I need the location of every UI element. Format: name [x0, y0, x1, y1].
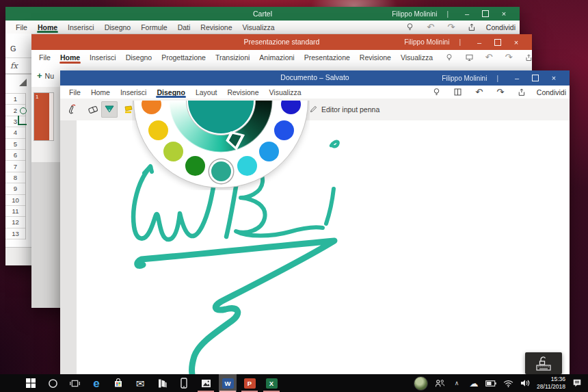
- pen-tool-selected[interactable]: [101, 101, 118, 118]
- excel-tab-dati[interactable]: Dati: [177, 21, 191, 34]
- close-button[interactable]: ×: [495, 10, 513, 18]
- excel-name-box[interactable]: G: [5, 40, 31, 58]
- close-button[interactable]: ×: [545, 74, 563, 82]
- new-slide-button[interactable]: + Nu: [37, 70, 54, 81]
- ink-selection-handle[interactable]: [20, 107, 27, 114]
- start-button[interactable]: [22, 374, 40, 392]
- lightbulb-icon[interactable]: [429, 86, 444, 99]
- ppt-tab-disegno[interactable]: Disegno: [125, 50, 153, 64]
- undo-icon[interactable]: ↶: [481, 51, 496, 64]
- excel-tab-revisione[interactable]: Revisione: [200, 21, 232, 34]
- minimize-button[interactable]: –: [458, 10, 476, 18]
- photos-icon[interactable]: [197, 374, 215, 392]
- minimize-button[interactable]: –: [508, 74, 526, 82]
- word-tab-visualizza[interactable]: Visualizza: [269, 86, 302, 99]
- redo-icon[interactable]: ↷: [501, 51, 516, 64]
- color-dot-yellow[interactable]: [148, 120, 168, 140]
- excel-tab-disegno[interactable]: Disegno: [104, 21, 132, 34]
- user-avatar[interactable]: [414, 376, 428, 391]
- ppt-tab-progettazione[interactable]: Progettazione: [161, 50, 206, 64]
- word-tab-revisione[interactable]: Revisione: [226, 86, 259, 99]
- undo-icon[interactable]: ↶: [423, 21, 438, 34]
- ppt-tab-revisione[interactable]: Revisione: [359, 50, 392, 64]
- cortana-button[interactable]: [44, 374, 62, 392]
- page-columns-icon[interactable]: [451, 86, 466, 99]
- row-header[interactable]: 1: [5, 94, 25, 105]
- excel-tab-home[interactable]: Home: [37, 21, 58, 34]
- row-header[interactable]: 8: [5, 172, 25, 183]
- eraser-tool[interactable]: [85, 101, 101, 118]
- color-dot-teal-selected[interactable]: [211, 161, 231, 181]
- share-icon[interactable]: [514, 86, 529, 99]
- people-icon[interactable]: [434, 377, 445, 389]
- touch-keyboard-button[interactable]: [525, 352, 562, 374]
- ppt-tab-presentazione[interactable]: Presentazione: [304, 50, 351, 64]
- excel-account-name[interactable]: Filippo Molinini: [392, 10, 437, 18]
- books-app-icon[interactable]: [153, 374, 171, 392]
- present-display-icon[interactable]: [462, 51, 477, 64]
- excel-tab-inserisci[interactable]: Inserisci: [67, 21, 95, 34]
- excel-tab-formule[interactable]: Formule: [140, 21, 168, 34]
- word-titlebar[interactable]: Documento – Salvato Filippo Molinini | –…: [60, 70, 570, 86]
- volume-icon[interactable]: [520, 377, 531, 389]
- maximize-button[interactable]: [494, 39, 501, 46]
- store-icon[interactable]: [109, 374, 127, 392]
- slide-1-thumbnail[interactable]: 1: [34, 93, 53, 140]
- share-icon[interactable]: [521, 51, 536, 64]
- word-tab-layout[interactable]: Layout: [195, 86, 218, 99]
- onedrive-cloud-icon[interactable]: ☁: [468, 377, 479, 389]
- ink-select-tool[interactable]: [64, 101, 81, 118]
- taskbar-word-button[interactable]: W: [219, 374, 237, 392]
- word-tab-disegno[interactable]: Disegno: [156, 86, 185, 99]
- ppt-tab-file[interactable]: File: [38, 50, 51, 64]
- word-tab-home[interactable]: Home: [90, 86, 111, 99]
- color-dot-yellowgreen[interactable]: [163, 142, 183, 161]
- edge-icon[interactable]: e: [88, 374, 105, 392]
- share-icon[interactable]: [464, 21, 479, 34]
- ppt-tab-home[interactable]: Home: [59, 50, 81, 64]
- taskbar-powerpoint-button[interactable]: P: [241, 374, 258, 392]
- excel-tab-visualizza[interactable]: Visualizza: [241, 21, 275, 34]
- row-header[interactable]: 4: [5, 127, 25, 138]
- phone-icon[interactable]: [175, 374, 193, 392]
- hidden-icons-chevron[interactable]: ∧: [451, 377, 462, 389]
- row-header[interactable]: 13: [5, 228, 25, 239]
- row-header[interactable]: 12: [5, 217, 25, 228]
- maximize-button[interactable]: [482, 10, 489, 17]
- ppt-tab-animazioni[interactable]: Animazioni: [258, 50, 295, 64]
- word-tab-file[interactable]: File: [68, 86, 81, 99]
- row-header[interactable]: 7: [5, 161, 25, 172]
- powerpoint-titlebar[interactable]: Presentazione standard Filippo Molinini …: [31, 34, 532, 50]
- task-view-button[interactable]: [66, 374, 83, 392]
- lightbulb-icon[interactable]: [442, 51, 457, 64]
- undo-icon[interactable]: ↶: [472, 86, 487, 99]
- row-header[interactable]: 9: [5, 183, 25, 194]
- row-header[interactable]: 11: [5, 206, 25, 217]
- taskbar-excel-button[interactable]: X: [263, 374, 280, 392]
- excel-tab-file[interactable]: File: [15, 21, 28, 34]
- color-dot-cyan[interactable]: [237, 156, 257, 176]
- battery-icon[interactable]: [485, 377, 496, 389]
- wifi-icon[interactable]: [503, 377, 513, 389]
- color-dot-skyblue[interactable]: [259, 142, 279, 161]
- ppt-tab-visualizza[interactable]: Visualizza: [400, 50, 433, 64]
- lightbulb-icon[interactable]: [403, 21, 418, 34]
- row-header[interactable]: 10: [5, 195, 25, 206]
- action-center-icon[interactable]: [572, 377, 583, 389]
- maximize-button[interactable]: [532, 75, 539, 81]
- ppt-tab-inserisci[interactable]: Inserisci: [89, 50, 117, 64]
- close-button[interactable]: ×: [507, 38, 525, 47]
- row-header[interactable]: 6: [5, 150, 25, 161]
- redo-icon[interactable]: ↷: [444, 21, 459, 34]
- excel-titlebar[interactable]: Cartel Filippo Molinini | – ×: [5, 7, 520, 21]
- minimize-button[interactable]: –: [470, 38, 488, 47]
- word-tab-inserisci[interactable]: Inserisci: [120, 86, 148, 99]
- excel-formula-bar-label[interactable]: fx: [5, 58, 31, 75]
- redo-icon[interactable]: ↷: [493, 86, 508, 99]
- excel-select-all-corner[interactable]: [19, 79, 27, 86]
- taskbar-clock[interactable]: 15:36 28/11/2018: [537, 376, 565, 390]
- word-account-name[interactable]: Filippo Molinini: [442, 75, 487, 82]
- pen-input-editor-button[interactable]: Editor input penna: [309, 105, 379, 114]
- word-share-button[interactable]: Condividi: [537, 88, 566, 96]
- ppt-tab-transizioni[interactable]: Transizioni: [215, 50, 250, 64]
